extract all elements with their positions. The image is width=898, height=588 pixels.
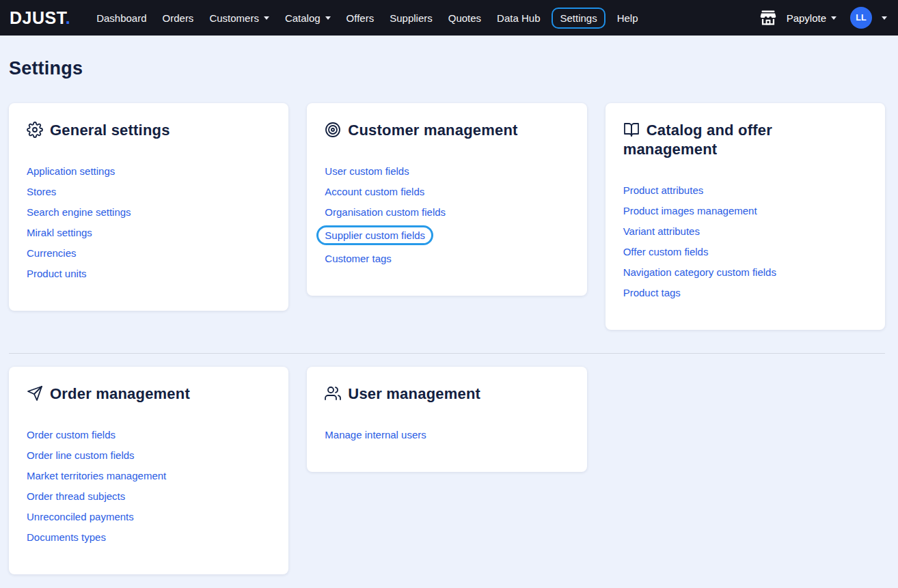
settings-link: Market territories management [27, 468, 271, 483]
card-general-settings: General settings Application settings St… [9, 103, 288, 311]
settings-link: Account custom fields [325, 184, 569, 199]
link-organisation-custom-fields[interactable]: Organisation custom fields [325, 206, 446, 218]
card-title: User management [325, 384, 569, 404]
settings-page: Settings General settings Application se… [0, 58, 898, 574]
nav-item-catalog[interactable]: Catalog [285, 12, 331, 24]
link-unreconciled-payments[interactable]: Unreconciled payments [27, 511, 134, 522]
djust-logo[interactable]: DJUST. [10, 8, 70, 28]
card-title: Customer management [325, 121, 569, 140]
navbar-right-section: Papylote LL [759, 7, 887, 29]
settings-link: Order line custom fields [27, 448, 271, 462]
link-product-attributes[interactable]: Product attributes [623, 184, 704, 196]
settings-link-highlighted: Supplier custom fields [325, 225, 569, 245]
card-title: Catalog and offer management [623, 121, 867, 159]
page-title: Settings [9, 58, 885, 79]
top-navbar: DJUST. Dashboard Orders Customers Catalo… [0, 0, 898, 36]
nav-item-quotes[interactable]: Quotes [448, 12, 481, 24]
gear-icon [27, 122, 43, 138]
settings-link: Navigation category custom fields [623, 265, 867, 279]
nav-item-orders[interactable]: Orders [163, 12, 194, 24]
user-avatar[interactable]: LL [850, 7, 872, 29]
link-product-units[interactable]: Product units [27, 268, 87, 279]
link-market-territories-management[interactable]: Market territories management [27, 470, 166, 481]
nav-item-help[interactable]: Help [617, 12, 638, 24]
card-links: Application settings Stores Search engin… [27, 164, 271, 281]
link-offer-custom-fields[interactable]: Offer custom fields [623, 246, 709, 257]
section-divider [9, 353, 885, 354]
settings-link: Application settings [27, 164, 271, 178]
link-product-tags[interactable]: Product tags [623, 287, 681, 298]
settings-link: Stores [27, 184, 271, 199]
settings-link: Offer custom fields [623, 244, 867, 259]
user-menu-chevron-down-icon[interactable] [882, 16, 887, 23]
settings-link: Documents types [27, 530, 271, 544]
card-order-management: Order management Order custom fields Ord… [9, 367, 288, 574]
chevron-down-icon [264, 16, 269, 23]
settings-link: Unreconciled payments [27, 509, 271, 524]
link-customer-tags[interactable]: Customer tags [325, 253, 392, 264]
chevron-down-icon [831, 16, 836, 23]
logo-text: DJUST [10, 8, 66, 27]
link-account-custom-fields[interactable]: Account custom fields [325, 186, 424, 197]
card-catalog-offer-management: Catalog and offer management Product att… [606, 103, 885, 330]
settings-link: Product tags [623, 285, 867, 300]
settings-link: Search engine settings [27, 205, 271, 219]
link-order-line-custom-fields[interactable]: Order line custom fields [27, 449, 135, 461]
link-application-settings[interactable]: Application settings [27, 165, 115, 177]
chevron-down-icon [325, 16, 331, 23]
card-customer-management: Customer management User custom fields A… [307, 103, 586, 296]
link-documents-types[interactable]: Documents types [27, 531, 106, 543]
settings-link: Variant attributes [623, 224, 867, 238]
settings-link: Product images management [623, 204, 867, 218]
link-variant-attributes[interactable]: Variant attributes [623, 225, 700, 237]
settings-link: Mirakl settings [27, 225, 271, 240]
card-title: Order management [27, 384, 271, 404]
nav-item-customers[interactable]: Customers [209, 12, 269, 24]
link-currencies[interactable]: Currencies [27, 247, 77, 259]
main-navigation: Dashboard Orders Customers Catalog Offer… [96, 8, 638, 29]
send-icon [27, 385, 43, 402]
link-navigation-category-custom-fields[interactable]: Navigation category custom fields [623, 266, 776, 278]
settings-link: Manage internal users [325, 428, 569, 442]
nav-item-dashboard[interactable]: Dashboard [96, 12, 146, 24]
link-user-custom-fields[interactable]: User custom fields [325, 165, 409, 177]
nav-item-offers[interactable]: Offers [346, 12, 375, 24]
card-user-management: User management Manage internal users [307, 367, 586, 472]
link-manage-internal-users[interactable]: Manage internal users [325, 429, 426, 440]
settings-link: Currencies [27, 246, 271, 260]
nav-item-suppliers[interactable]: Suppliers [390, 12, 433, 24]
target-icon [325, 122, 341, 138]
card-links: User custom fields Account custom fields… [325, 164, 569, 266]
settings-link: Product units [27, 266, 271, 281]
link-supplier-custom-fields[interactable]: Supplier custom fields [316, 225, 433, 245]
settings-cards-row-1: General settings Application settings St… [9, 103, 885, 330]
settings-cards-row-2: Order management Order custom fields Ord… [9, 367, 885, 574]
link-stores[interactable]: Stores [27, 186, 56, 197]
store-selector[interactable]: Papylote [787, 12, 836, 24]
link-order-thread-subjects[interactable]: Order thread subjects [27, 490, 125, 502]
nav-item-data-hub[interactable]: Data Hub [497, 12, 540, 24]
card-links: Order custom fields Order line custom fi… [27, 428, 271, 544]
card-links: Manage internal users [325, 428, 569, 442]
link-order-custom-fields[interactable]: Order custom fields [27, 429, 115, 440]
card-links: Product attributes Product images manage… [623, 183, 867, 300]
link-mirakl-settings[interactable]: Mirakl settings [27, 227, 92, 238]
link-product-images-management[interactable]: Product images management [623, 205, 757, 216]
storefront-icon [759, 8, 778, 27]
settings-link: Product attributes [623, 183, 867, 197]
card-title: General settings [27, 121, 271, 140]
book-open-icon [623, 122, 640, 138]
logo-dot: . [66, 8, 70, 27]
settings-link: Organisation custom fields [325, 205, 569, 219]
settings-link: User custom fields [325, 164, 569, 178]
settings-link: Order thread subjects [27, 489, 271, 503]
settings-link: Order custom fields [27, 428, 271, 442]
link-search-engine-settings[interactable]: Search engine settings [27, 206, 131, 218]
nav-item-settings-active[interactable]: Settings [552, 8, 605, 29]
settings-link: Customer tags [325, 251, 569, 266]
users-icon [325, 385, 341, 402]
